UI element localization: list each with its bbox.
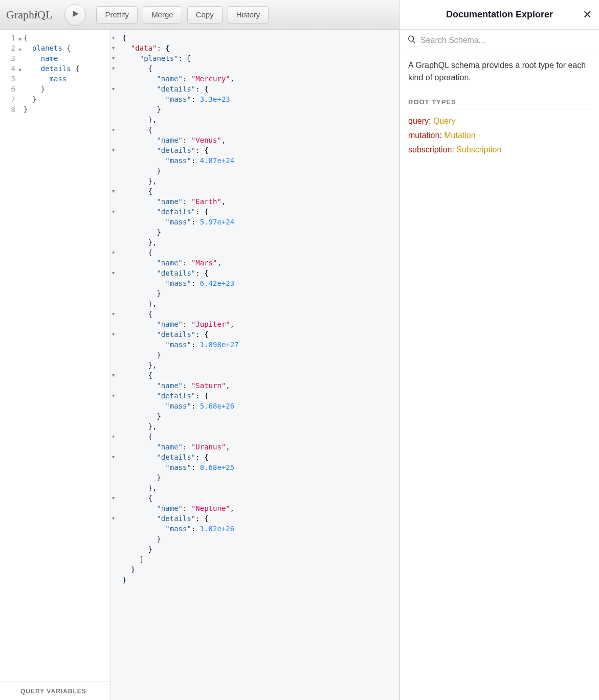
root-type-key: query bbox=[408, 117, 429, 125]
query-editor[interactable]: 1▼2▼34▼5678 { planets { name details { m… bbox=[0, 30, 110, 682]
main-area: 1▼2▼34▼5678 { planets { name details { m… bbox=[0, 30, 400, 700]
history-button[interactable]: History bbox=[228, 6, 269, 24]
root-type-link[interactable]: Mutation bbox=[444, 131, 475, 140]
query-editor-pane: 1▼2▼34▼5678 { planets { name details { m… bbox=[0, 30, 111, 700]
doc-header: Documentation Explorer ✕ bbox=[400, 0, 599, 30]
execute-button[interactable] bbox=[64, 4, 86, 26]
doc-description: A GraphQL schema provides a root type fo… bbox=[408, 59, 591, 84]
close-button[interactable]: ✕ bbox=[583, 9, 592, 20]
search-icon bbox=[407, 35, 416, 46]
root-type-link[interactable]: Query bbox=[433, 117, 456, 125]
doc-search-row bbox=[400, 30, 599, 51]
play-icon bbox=[71, 9, 80, 20]
merge-button[interactable]: Merge bbox=[143, 6, 182, 24]
schema-search-input[interactable] bbox=[420, 36, 592, 45]
result-fold-gutter: ▼▼▼▼▼▼▼▼▼▼▼▼▼▼▼▼▼▼▼ bbox=[111, 30, 120, 700]
documentation-explorer: Documentation Explorer ✕ A GraphQL schem… bbox=[400, 0, 599, 700]
doc-body: A GraphQL schema provides a root type fo… bbox=[400, 51, 599, 168]
prettify-button[interactable]: Prettify bbox=[96, 6, 138, 24]
doc-title: Documentation Explorer bbox=[446, 9, 553, 20]
query-variables-bar[interactable]: QUERY VARIABLES bbox=[0, 682, 110, 700]
result-pane: ▼▼▼▼▼▼▼▼▼▼▼▼▼▼▼▼▼▼▼ { "data": { "planets… bbox=[111, 30, 400, 700]
copy-button[interactable]: Copy bbox=[187, 6, 223, 24]
root-type-key: subscription bbox=[408, 145, 452, 154]
root-type-link[interactable]: Subscription bbox=[456, 145, 501, 154]
root-type-key: mutation bbox=[408, 131, 439, 140]
root-type-subscription: subscription: Subscription bbox=[408, 145, 591, 154]
root-types-list: query: Querymutation: Mutationsubscripti… bbox=[408, 117, 591, 154]
query-code[interactable]: { planets { name details { mass } }} bbox=[23, 30, 110, 682]
root-types-heading: ROOT TYPES bbox=[408, 98, 591, 109]
root-type-mutation: mutation: Mutation bbox=[408, 131, 591, 140]
close-icon: ✕ bbox=[583, 8, 592, 21]
app-logo: GraphiQL bbox=[6, 8, 59, 21]
line-gutter: 1▼2▼34▼5678 bbox=[0, 30, 23, 682]
toolbar: GraphiQL Prettify Merge Copy History bbox=[0, 0, 400, 30]
result-json[interactable]: { "data": { "planets": [ { "name": "Merc… bbox=[120, 30, 399, 700]
root-type-query: query: Query bbox=[408, 117, 591, 126]
